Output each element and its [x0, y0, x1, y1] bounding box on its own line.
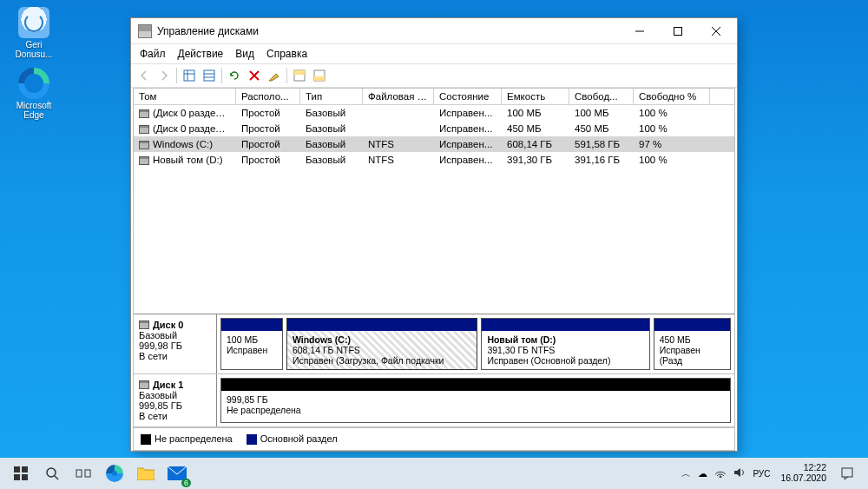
desktop-icon-recycle-bin[interactable]: Geri Donusu...: [7, 7, 61, 59]
cell-capacity: 100 МБ: [502, 107, 569, 119]
desktop-icon-label: Geri Donusu...: [7, 40, 61, 59]
cell-type: Базовый: [300, 154, 363, 166]
menu-view[interactable]: Вид: [230, 46, 260, 62]
taskbar-mail[interactable]: 6: [161, 459, 193, 487]
disk-header[interactable]: Диск 1Базовый999,85 ГБВ сети: [134, 374, 217, 426]
cell-type: Базовый: [300, 122, 363, 135]
layout-b-button[interactable]: [310, 66, 329, 85]
svg-rect-6: [314, 76, 325, 81]
cell-fs: [363, 128, 434, 129]
taskbar-clock[interactable]: 12:22 16.07.2020: [775, 463, 832, 483]
disk-icon: [139, 380, 149, 389]
taskbar: 6 ︿ ☁ РУС 12:22 16.07.2020: [0, 458, 868, 489]
forward-button: [155, 66, 174, 85]
svg-point-11: [47, 468, 56, 477]
cell-name: (Диск 0 раздел 1): [134, 107, 236, 119]
desktop-icon-label: Microsoft Edge: [7, 101, 61, 120]
partition-color-bar: [482, 319, 648, 331]
cell-layout: Простой: [236, 107, 300, 119]
partition[interactable]: 100 МБИсправен: [220, 318, 283, 370]
task-view-button[interactable]: [68, 459, 99, 487]
legend-item: Не распределена: [141, 433, 233, 445]
back-button: [135, 66, 154, 85]
table-row[interactable]: (Диск 0 раздел 4)ПростойБазовыйИсправен.…: [134, 121, 734, 136]
col-volume[interactable]: Том: [134, 89, 236, 104]
partition-color-bar: [654, 319, 730, 331]
cell-status: Исправен...: [434, 138, 502, 150]
cell-status: Исправен...: [434, 107, 502, 119]
partition[interactable]: Windows (C:)608,14 ГБ NTFSИсправен (Загр…: [286, 318, 477, 370]
col-status[interactable]: Состояние: [434, 89, 502, 104]
notifications-button[interactable]: [832, 459, 863, 487]
maximize-button[interactable]: [659, 19, 697, 43]
partition[interactable]: 450 МБИсправен (Разд: [654, 318, 731, 370]
table-row[interactable]: (Диск 0 раздел 1)ПростойБазовыйИсправен.…: [134, 105, 734, 121]
cell-name: (Диск 0 раздел 4): [134, 122, 236, 135]
svg-rect-2: [204, 70, 214, 81]
table-row[interactable]: Новый том (D:)ПростойБазовыйNTFSИсправен…: [134, 152, 734, 168]
view-list-button[interactable]: [180, 66, 199, 85]
taskbar-explorer[interactable]: [130, 459, 161, 487]
partitions: 999,85 ГБНе распределена: [217, 374, 734, 426]
menu-help[interactable]: Справка: [261, 46, 312, 62]
titlebar[interactable]: Управление дисками: [131, 18, 737, 44]
refresh-button[interactable]: [225, 66, 244, 85]
cell-layout: Простой: [236, 138, 300, 150]
col-layout[interactable]: Располо...: [236, 89, 300, 104]
svg-rect-4: [294, 70, 305, 75]
table-row[interactable]: Windows (C:)ПростойБазовыйNTFSИсправен..…: [134, 136, 734, 152]
cell-free: 100 МБ: [569, 107, 634, 119]
properties-button[interactable]: [265, 66, 284, 85]
cell-capacity: 450 МБ: [502, 122, 569, 135]
svg-point-15: [720, 476, 721, 478]
cell-capacity: 391,30 ГБ: [502, 154, 569, 166]
swatch-primary-icon: [247, 434, 257, 445]
menu-action[interactable]: Действие: [173, 46, 229, 62]
table-header: Том Располо... Тип Файловая с... Состоян…: [134, 89, 734, 105]
disk-row: Диск 0Базовый999,98 ГБВ сети100 МБИсправ…: [134, 314, 734, 374]
col-free[interactable]: Свобод...: [569, 89, 634, 104]
col-fs[interactable]: Файловая с...: [363, 89, 434, 104]
search-button[interactable]: [36, 459, 68, 487]
cell-capacity: 608,14 ГБ: [502, 138, 569, 150]
tray-language-icon[interactable]: РУС: [753, 469, 770, 479]
disk-icon: [139, 320, 149, 329]
tray-onedrive-icon[interactable]: ☁: [698, 468, 707, 479]
partition-color-bar: [221, 319, 282, 331]
svg-rect-1: [184, 70, 194, 81]
minimize-button[interactable]: [621, 19, 659, 43]
recycle-bin-icon: [18, 7, 49, 38]
col-pct[interactable]: Свободно %: [634, 89, 710, 104]
legend-item: Основной раздел: [247, 433, 338, 445]
partition[interactable]: 999,85 ГБНе распределена: [220, 378, 731, 423]
cell-pct: 97 %: [634, 138, 710, 150]
app-icon: [138, 24, 152, 38]
menu-bar: Файл Действие Вид Справка: [131, 44, 737, 63]
legend: Не распределена Основной раздел: [134, 427, 734, 450]
disk-header[interactable]: Диск 0Базовый999,98 ГБВ сети: [134, 314, 217, 373]
tray-chevron-icon[interactable]: ︿: [681, 467, 691, 480]
start-button[interactable]: [5, 459, 36, 487]
delete-button[interactable]: [245, 66, 264, 85]
cell-free: 391,16 ГБ: [569, 154, 634, 166]
col-capacity[interactable]: Емкость: [502, 89, 569, 104]
layout-a-button[interactable]: [290, 66, 309, 85]
menu-file[interactable]: Файл: [135, 46, 171, 62]
partition-color-bar: [221, 379, 730, 391]
tray-volume-icon[interactable]: [733, 467, 746, 479]
close-button[interactable]: [697, 19, 735, 43]
desktop-icon-edge[interactable]: Microsoft Edge: [7, 68, 61, 120]
cell-type: Базовый: [300, 107, 363, 119]
cell-pct: 100 %: [634, 107, 710, 119]
col-type[interactable]: Тип: [300, 89, 363, 104]
view-detail-button[interactable]: [200, 66, 219, 85]
tray-network-icon[interactable]: [714, 467, 727, 479]
cell-name: Новый том (D:): [134, 154, 236, 166]
edge-icon: [18, 68, 49, 99]
window-title: Управление дисками: [157, 25, 621, 37]
svg-rect-16: [842, 468, 852, 477]
taskbar-edge[interactable]: [99, 459, 130, 487]
partition-color-bar: [287, 319, 477, 331]
svg-rect-8: [22, 466, 28, 472]
partition[interactable]: Новый том (D:)391,30 ГБ NTFSИсправен (Ос…: [481, 318, 649, 370]
